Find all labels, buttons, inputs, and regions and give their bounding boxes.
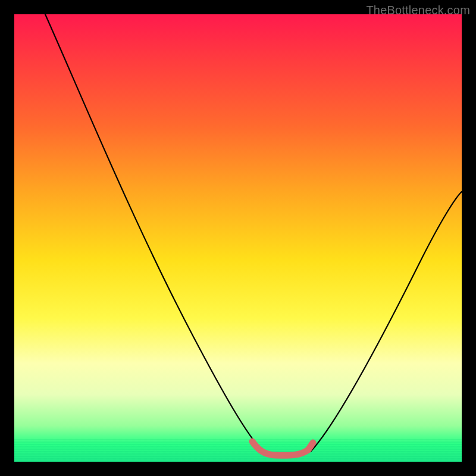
bottom-band-stripes <box>14 439 462 462</box>
right-curve <box>311 192 462 452</box>
plot-area <box>14 14 462 462</box>
trough-accent <box>252 441 313 455</box>
left-curve <box>45 14 263 452</box>
curve-layer <box>14 14 462 462</box>
watermark-text: TheBottleneck.com <box>366 4 470 17</box>
chart-frame: TheBottleneck.com <box>0 0 476 476</box>
